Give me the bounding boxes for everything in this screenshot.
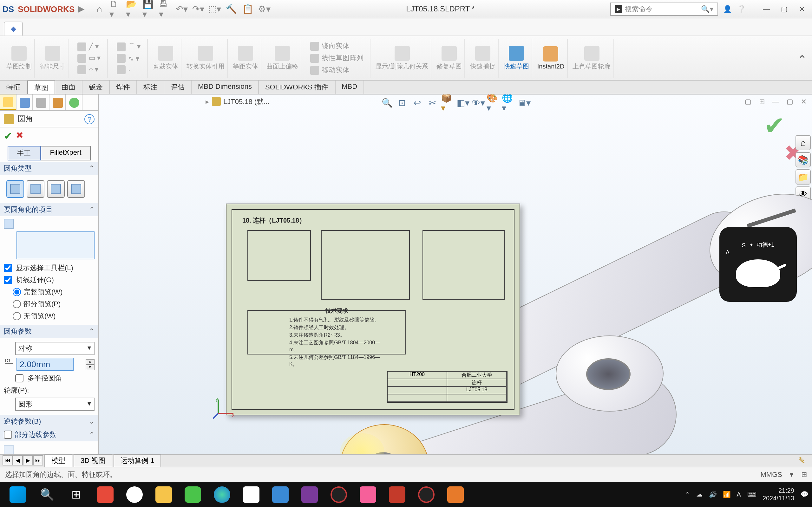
tab-nav-prev[interactable]: ◀ <box>13 455 23 465</box>
ck-show-toolbar-input[interactable] <box>4 264 12 272</box>
section-view-icon[interactable]: ✂ <box>426 96 440 110</box>
solidworks-taskbar[interactable] <box>383 483 411 506</box>
ribbon-repair[interactable]: 修复草图 <box>434 38 465 78</box>
wps-button[interactable] <box>441 483 470 506</box>
gfx-max-icon[interactable]: ▢ <box>784 96 796 107</box>
explorer-button[interactable] <box>150 483 178 506</box>
view-triad[interactable]: x y <box>212 395 236 419</box>
tab-nav-next[interactable]: ▶ <box>23 455 33 465</box>
radio-full-preview[interactable]: 完整预览(W) <box>4 286 95 298</box>
confirm-corner-ok[interactable]: ✔ <box>764 111 786 140</box>
minimize-button[interactable]: — <box>759 3 774 15</box>
tab-sw-addin[interactable]: SOLIDWORKS 插件 <box>259 80 335 94</box>
select-icon[interactable]: ⬚▾ <box>208 3 221 15</box>
tab-nav-last[interactable]: ⏭ <box>33 455 43 465</box>
tab-surface[interactable]: 曲面 <box>55 80 83 94</box>
bottom-tab-motion[interactable]: 运动算例 1 <box>114 454 161 467</box>
radio-partial-input[interactable] <box>13 300 21 308</box>
open-icon[interactable]: 📂▾ <box>126 3 139 15</box>
symmetry-dropdown[interactable]: 对称▾ <box>15 342 95 355</box>
file-tab-part[interactable]: ◆ <box>4 21 23 36</box>
fm-tab-property[interactable] <box>16 95 33 110</box>
scene-icon[interactable]: 🌐▾ <box>502 96 516 110</box>
ribbon-sketch[interactable]: 草图绘制 <box>4 38 35 78</box>
tray-ime-icon[interactable]: A <box>737 491 741 498</box>
radio-partial-preview[interactable]: 部分预览(P) <box>4 298 95 310</box>
ribbon-smart-dim[interactable]: 智能尺寸 <box>38 38 68 78</box>
tray-wifi-icon[interactable]: 📶 <box>723 491 730 498</box>
rect-tool[interactable]: ▭ ▾ <box>75 53 103 63</box>
user-icon[interactable]: 👤 <box>723 5 732 13</box>
radius-input[interactable] <box>16 358 73 371</box>
record-1[interactable] <box>325 483 353 506</box>
line-tool[interactable]: ╱ ▾ <box>75 42 103 52</box>
circle-tool[interactable]: ○ ▾ <box>75 64 103 74</box>
ribbon-snap[interactable]: 快速捕捉 <box>468 38 499 78</box>
help-icon[interactable]: ❔ <box>737 5 746 13</box>
hide-show-icon[interactable]: 👁▾ <box>471 96 485 110</box>
ribbon-trim[interactable]: 剪裁实体 <box>150 38 181 78</box>
app-3[interactable] <box>237 483 265 506</box>
fm-tab-display[interactable] <box>66 95 83 110</box>
help-small-icon[interactable]: ? <box>85 114 95 124</box>
mascot-overlay[interactable]: S ✦ 功德+1 A <box>719 227 797 301</box>
ribbon-offset[interactable]: 等距实体 <box>230 38 261 78</box>
arc-tool[interactable]: ⌒ ▾ <box>114 41 143 52</box>
edit-sketch-icon[interactable]: ✎ <box>798 455 806 465</box>
app-2[interactable] <box>120 483 149 506</box>
fillet-type-full[interactable] <box>67 180 85 198</box>
prev-view-icon[interactable]: ↩ <box>411 96 424 110</box>
fm-tab-dimxpert[interactable] <box>50 95 66 110</box>
fillet-type-variable[interactable] <box>26 180 44 198</box>
sec-items[interactable]: 要圆角化的项目⌃ <box>0 203 98 216</box>
breadcrumb-arrow-icon[interactable]: ▸ <box>206 97 209 106</box>
search-input[interactable]: ▸ 搜索命令 🔍▾ <box>610 2 718 15</box>
ribbon-surface-offset[interactable]: 曲面上偏移 <box>264 38 301 78</box>
task-home-icon[interactable]: ⌂ <box>796 135 811 150</box>
rebuild-icon[interactable]: 🔨 <box>225 3 237 15</box>
spline-tool[interactable]: ∿ ▾ <box>114 53 143 63</box>
print-icon[interactable]: 🖶▾ <box>159 3 172 15</box>
edge-button[interactable] <box>208 483 236 506</box>
ribbon-expand-icon[interactable]: ⌃ <box>797 53 807 67</box>
ck-tangent[interactable]: 切线延伸(G) <box>4 274 95 286</box>
search-button[interactable]: 🔍 <box>33 483 61 506</box>
zoom-area-icon[interactable]: ⊡ <box>395 96 409 110</box>
ok-button[interactable]: ✔ <box>4 130 12 142</box>
render-icon[interactable]: 🖥▾ <box>517 96 531 110</box>
tab-mbd[interactable]: MBD <box>335 80 364 94</box>
tab-sketch[interactable]: 草图 <box>27 80 55 94</box>
app-1[interactable] <box>91 483 119 506</box>
tray-volume-icon[interactable]: 🔊 <box>709 491 716 498</box>
radio-no-preview[interactable]: 无预览(W) <box>4 310 95 322</box>
new-icon[interactable]: 🗋▾ <box>109 3 122 15</box>
app-4[interactable] <box>266 483 294 506</box>
viewport-single-icon[interactable]: ▢ <box>742 96 754 107</box>
bottom-tab-3dview[interactable]: 3D 视图 <box>73 454 112 467</box>
fm-tab-config[interactable] <box>33 95 50 110</box>
home-icon[interactable]: ⌂ <box>93 3 106 15</box>
maximize-button[interactable]: ▢ <box>776 3 792 15</box>
app-5[interactable] <box>295 483 324 506</box>
undo-icon[interactable]: ↶▾ <box>175 3 188 15</box>
record-2[interactable] <box>412 483 440 506</box>
options-icon[interactable]: 📋 <box>241 3 254 15</box>
taskbar-clock[interactable]: 21:29 2024/11/13 <box>762 487 794 502</box>
sec-params[interactable]: 圆角参数⌃ <box>0 325 98 338</box>
fillet-type-constant[interactable] <box>6 180 24 198</box>
mode-manual[interactable]: 手工 <box>7 146 40 160</box>
appearance-icon[interactable]: 🎨▾ <box>487 96 500 110</box>
ribbon-quick-sketch[interactable]: 快速草图 <box>501 38 532 78</box>
gfx-close-icon[interactable]: ✕ <box>798 96 809 107</box>
tab-annotate[interactable]: 标注 <box>137 80 164 94</box>
mirror-tool[interactable]: 镜向实体 <box>308 41 366 51</box>
ribbon-color[interactable]: 上色草图轮廓 <box>570 38 614 78</box>
radius-spinner[interactable]: ▴▾ <box>86 358 95 370</box>
cancel-button[interactable]: ✖ <box>16 130 23 142</box>
ck-multi-radius[interactable]: 多半径圆角 <box>4 372 95 384</box>
ck-multi-radius-input[interactable] <box>15 374 23 382</box>
reference-drawing-overlay[interactable]: 18. 连杆（LJT05.18） 技术要求 1.铸件不得有气孔、裂纹及砂眼等缺陷… <box>226 204 520 415</box>
sec-setback[interactable]: 逆转参数(B)⌄ <box>0 415 98 428</box>
tray-input-icon[interactable]: ⌨ <box>747 491 756 498</box>
view-orient-icon[interactable]: 📦▾ <box>441 96 455 110</box>
